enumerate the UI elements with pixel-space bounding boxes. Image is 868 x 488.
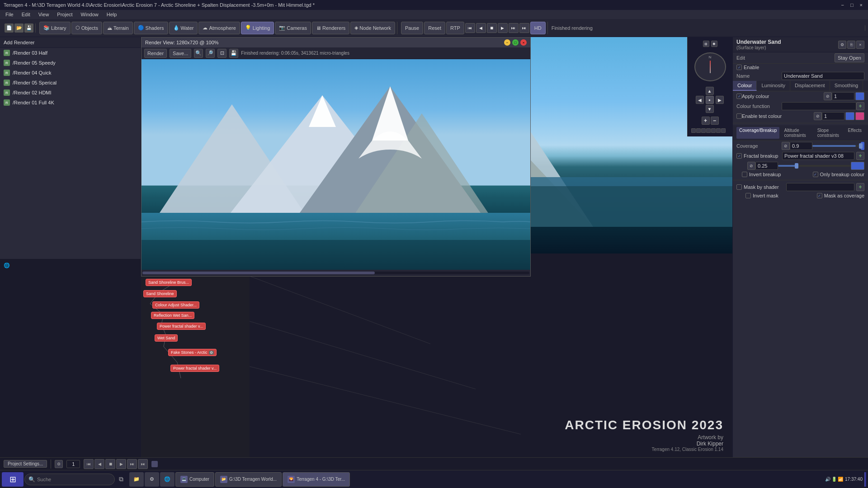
stay-open-btn[interactable]: Stay Open (835, 53, 864, 62)
render-fit[interactable]: ⊡ (217, 49, 226, 58)
pause-btn[interactable]: Pause (401, 22, 423, 34)
maximize-btn[interactable]: □ (849, 2, 855, 8)
menu-file[interactable]: File (2, 11, 17, 18)
renderer-item-3[interactable]: R /Render 05 Sperical (0, 78, 141, 88)
apply-colour-value[interactable] (832, 92, 854, 100)
tab-node-network[interactable]: ◈ Node Network (350, 22, 395, 34)
mini-prev[interactable]: ⏮ (84, 459, 94, 469)
next-frame-btn[interactable]: ⏭ (509, 23, 519, 33)
nav-extra-7[interactable] (721, 128, 726, 133)
tab-objects[interactable]: ⬡ Objects (71, 22, 102, 34)
node-wet-sand[interactable]: Wet Sand (155, 334, 178, 342)
play-back-btn[interactable]: ◀ (476, 23, 486, 33)
fractal-breakup-checkbox[interactable] (736, 153, 742, 159)
render-btn[interactable]: Render (144, 49, 167, 58)
tab-library[interactable]: 📚 Library (39, 22, 71, 34)
tab-luminosity[interactable]: Luminosity (757, 81, 790, 91)
coverage-breakup-tab[interactable]: Coverage/Breakup (736, 127, 779, 139)
nav-right[interactable]: ▶ (716, 96, 724, 104)
taskbar-icon-1[interactable]: 📁 (129, 472, 144, 487)
mask-by-shader-input[interactable] (786, 183, 854, 191)
renderer-item-2[interactable]: R /Render 04 Quick (0, 68, 141, 78)
coverage-slider[interactable] (812, 145, 861, 147)
render-max-btn[interactable]: □ (512, 39, 519, 46)
node-sand-shoreline-brus[interactable]: Sand Shoreline Brus... (146, 279, 192, 286)
nav-extra-2[interactable] (696, 128, 701, 133)
fractal-slider-handle[interactable] (795, 163, 798, 169)
rtp-btn[interactable]: RTP (446, 22, 464, 34)
render-scrollbar-track[interactable] (142, 272, 529, 274)
menu-view[interactable]: View (35, 11, 53, 18)
mini-loop-btn[interactable] (151, 461, 158, 467)
fractal-shader-input[interactable] (782, 152, 854, 160)
render-zoom-out[interactable]: 🔎 (206, 49, 215, 58)
tray-icon-wifi[interactable]: 📶 (838, 477, 843, 482)
slope-constraints-tab[interactable]: Slope constraints (815, 127, 844, 139)
reset-btn[interactable]: Reset (424, 22, 445, 34)
mini-end[interactable]: ⏭ (138, 459, 148, 469)
nav-extra-5[interactable] (711, 128, 716, 133)
add-mask-btn[interactable]: + (856, 183, 864, 191)
mini-play-back[interactable]: ◀ (94, 459, 104, 469)
test-colour-swatch-pink[interactable] (855, 112, 864, 120)
apply-colour-swatch-blue[interactable] (855, 92, 864, 100)
nav-btn-2[interactable]: ✱ (711, 41, 717, 47)
enable-checkbox[interactable] (736, 65, 742, 70)
only-breakup-checkbox[interactable] (813, 172, 818, 177)
renderer-item-1[interactable]: R /Render 05 Speedy (0, 58, 141, 68)
mini-next[interactable]: ⏭ (127, 459, 137, 469)
apply-colour-checkbox[interactable] (736, 94, 742, 99)
tab-cameras[interactable]: 📷 Cameras (275, 22, 311, 34)
node-fake-stones[interactable]: Fake Stones - Arctic ⚙ (168, 349, 217, 356)
render-scrollbar-thumb[interactable] (142, 272, 375, 274)
coverage-icon-btn[interactable]: ⊘ (782, 142, 790, 150)
mini-play[interactable]: ▶ (116, 459, 126, 469)
save-icon[interactable]: 💾 (24, 23, 33, 33)
nav-extra-4[interactable] (706, 128, 711, 133)
nav-btn-1[interactable]: ⊞ (703, 41, 709, 47)
new-icon[interactable]: 📄 (5, 23, 14, 33)
nav-extra-3[interactable] (701, 128, 706, 133)
hd-btn[interactable]: HD (530, 22, 546, 34)
tab-shaders[interactable]: 🔵 Shaders (134, 22, 168, 34)
menu-window[interactable]: Window (77, 11, 102, 18)
add-colour-function-btn[interactable]: + (856, 102, 864, 110)
close-btn[interactable]: × (858, 2, 864, 8)
render-save-icon[interactable]: 💾 (229, 49, 238, 58)
tab-lighting[interactable]: 💡 Lighting (241, 22, 274, 34)
node-editor-panel[interactable]: Shader - Arctic Shoreline Sand Colors Sa… (141, 253, 250, 470)
frame-settings-btn[interactable]: ⚙ (55, 460, 63, 468)
name-input[interactable] (782, 72, 864, 80)
frame-number-input[interactable] (66, 460, 80, 468)
invert-breakup-checkbox[interactable] (742, 172, 747, 177)
enable-test-checkbox[interactable] (736, 113, 742, 119)
mask-by-shader-checkbox[interactable] (736, 184, 742, 190)
taskbar-start-btn[interactable]: ⊞ (2, 472, 24, 487)
effects-tab[interactable]: Effects (845, 127, 864, 139)
tray-icon-battery[interactable]: 🔋 (831, 477, 837, 482)
tab-water[interactable]: 💧 Water (169, 22, 198, 34)
tray-icon-network[interactable]: 🔊 (825, 477, 830, 482)
render-window-titlebar[interactable]: Render View: 1280x720 @ 100% − □ × (142, 38, 530, 47)
end-btn[interactable]: ⏭ (519, 23, 529, 33)
project-settings-btn[interactable]: Project Settings... (4, 460, 47, 468)
save-btn[interactable]: Save... (170, 49, 191, 58)
coverage-value[interactable] (790, 142, 812, 150)
tab-atmosphere[interactable]: ☁ Atmosphere (198, 22, 240, 34)
node-reflection-wet[interactable]: Reflection Wet San... (151, 312, 194, 319)
coverage-slider-handle[interactable] (859, 143, 863, 149)
taskbar-item-terragen-world[interactable]: 📂 G:\3D Terragen World... (215, 472, 282, 487)
render-min-btn[interactable]: − (504, 39, 510, 46)
taskbar-item-terragen-app[interactable]: 🌄 Terragen 4 - G:\3D Ter... (283, 472, 350, 487)
add-fractal-btn[interactable]: + (856, 152, 864, 160)
nav-extra-1[interactable] (691, 128, 696, 133)
nav-up[interactable]: ▲ (706, 87, 714, 95)
prev-frame-btn[interactable]: ⏮ (465, 23, 475, 33)
menu-help[interactable]: Help (103, 11, 121, 18)
tab-renderers[interactable]: 🖥 Renderers (312, 22, 349, 34)
props-gear-icon[interactable]: ⚙ (838, 41, 846, 49)
test-colour-icon-btn[interactable]: ⊘ (814, 112, 822, 120)
node-sand-shoreline[interactable]: Sand Shoreline (143, 290, 177, 297)
render-close-btn[interactable]: × (520, 39, 527, 46)
play-btn[interactable]: ▶ (498, 23, 508, 33)
